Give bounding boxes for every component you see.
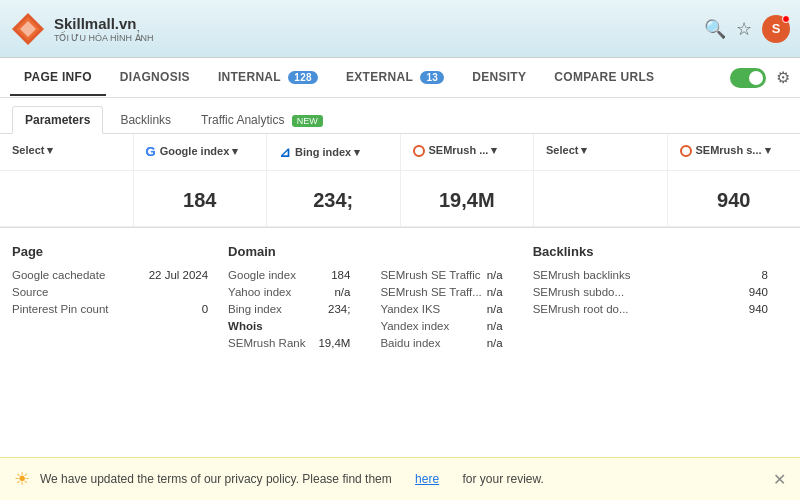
select-1-label[interactable]: Select ▾ [12,144,53,157]
subtab-backlinks[interactable]: Backlinks [107,106,184,133]
select-1-value [12,181,121,197]
domain-semrush-traffic: SEMrush SE Traffic n/a [380,269,502,281]
tab-compare-urls[interactable]: COMPARE URLS [540,60,668,96]
bl-subdo-value: 940 [749,286,768,298]
metric-semrush-2-value: 940 [668,171,801,226]
metric-select-2: Select ▾ [534,134,668,170]
page-col: Page Google cachedate 22 Jul 2024 Source… [12,244,228,354]
toggle-switch[interactable] [730,68,766,88]
bl-backlinks-value: 8 [762,269,768,281]
bing-logo: ⊿ [279,144,291,160]
search-icon[interactable]: 🔍 [704,18,726,40]
tab-density[interactable]: DENSITY [458,60,540,96]
logo-text-area: Skillmall.vn TỐI ƯU HÓA HÌNH ẢNH [54,15,154,43]
metric-google-value: 184 [134,171,268,226]
domain-yandex-iks: Yandex IKS n/a [380,303,502,315]
new-badge: NEW [292,115,323,127]
tab-page-info[interactable]: PAGE INFO [10,60,106,96]
subtab-parameters[interactable]: Parameters [12,106,103,134]
bl-subdo-label: SEMrush subdo... [533,286,624,298]
domain-section-title: Domain [228,244,503,259]
domain-left-col: Google index 184 Yahoo index n/a Bing in… [228,269,350,354]
nav-right-controls: ⚙ [730,68,790,88]
subtab-traffic-analytics[interactable]: Traffic Analytics NEW [188,106,336,133]
google-logo: G [146,144,156,159]
logo-area: Skillmall.vn TỐI ƯU HÓA HÌNH ẢNH [10,11,704,47]
d-setraffic2-label: SEMrush SE Traff... [380,286,481,298]
header: Skillmall.vn TỐI ƯU HÓA HÌNH ẢNH 🔍 ☆ S [0,0,800,58]
semrush-1-label[interactable]: SEMrush ... ▾ [429,144,498,157]
d-yahoo-value: n/a [334,286,350,298]
d-google-value: 184 [331,269,350,281]
external-badge: 13 [420,71,444,84]
metrics-values-row: 184 234; 19,4M 940 [0,171,800,227]
header-icons: 🔍 ☆ S [704,15,790,43]
privacy-link[interactable]: here [415,472,439,486]
d-semrush-rank-value: 19,4M [318,337,350,349]
internal-badge: 128 [288,71,318,84]
page-row-cachedate: Google cachedate 22 Jul 2024 [12,269,208,281]
metric-semrush-1: SEMrush ... ▾ [401,134,535,170]
d-whois-label: Whois [228,320,263,332]
privacy-close-button[interactable]: ✕ [773,470,786,489]
tab-external[interactable]: EXTERNAL 13 [332,60,458,96]
domain-whois: Whois [228,320,350,332]
backlinks-section-title: Backlinks [533,244,768,259]
metrics-container: Select ▾ G Google index ▾ ⊿ Bing index ▾… [0,134,800,228]
tab-diagnosis[interactable]: DIAGNOSIS [106,60,204,96]
nav-tabs: PAGE INFO DIAGNOSIS INTERNAL 128 EXTERNA… [0,58,800,98]
domain-right-col: SEMrush SE Traffic n/a SEMrush SE Traff.… [380,269,502,354]
d-setraffic-value: n/a [487,269,503,281]
settings-icon[interactable]: ⚙ [776,68,790,87]
privacy-bar: ☀ We have updated the terms of our priva… [0,457,800,500]
domain-bing-index: Bing index 234; [228,303,350,315]
privacy-text-after: for your review. [462,472,543,486]
select-2-value [546,181,655,197]
source-label: Source [12,286,48,298]
domain-semrush-traff2: SEMrush SE Traff... n/a [380,286,502,298]
star-icon[interactable]: ☆ [736,18,752,40]
pinterest-label: Pinterest Pin count [12,303,109,315]
d-setraffic2-value: n/a [487,286,503,298]
page-section-title: Page [12,244,208,259]
backlinks-col: Backlinks SEMrush backlinks 8 SEMrush su… [523,244,788,354]
backlinks-row-2: SEMrush subdo... 940 [533,286,768,298]
bl-rootdo-label: SEMrush root do... [533,303,629,315]
logo-name: Skillmall.vn [54,15,154,33]
metric-select-1: Select ▾ [0,134,134,170]
domain-col: Domain Google index 184 Yahoo index n/a … [228,244,523,354]
d-yandexiks-label: Yandex IKS [380,303,440,315]
notification-dot [782,15,790,23]
select-2-label[interactable]: Select ▾ [546,144,587,157]
metric-semrush-2: SEMrush s... ▾ [668,134,801,170]
page-row-pinterest: Pinterest Pin count 0 [12,303,208,315]
bing-value: 234; [279,181,388,220]
semrush-2-value: 940 [680,181,789,220]
cachedate-label: Google cachedate [12,269,105,281]
google-label[interactable]: Google index ▾ [160,145,239,158]
d-yahoo-label: Yahoo index [228,286,291,298]
domain-yandex-index: Yandex index n/a [380,320,502,332]
semrush-circle-1 [413,145,425,157]
page-row-source: Source [12,286,208,298]
backlinks-row-1: SEMrush backlinks 8 [533,269,768,281]
metric-semrush-1-value: 19,4M [401,171,535,226]
bl-rootdo-value: 940 [749,303,768,315]
metric-bing-value: 234; [267,171,401,226]
d-bing-value: 234; [328,303,350,315]
data-section: Page Google cachedate 22 Jul 2024 Source… [0,228,800,364]
d-baidu-value: n/a [487,337,503,349]
bing-label[interactable]: Bing index ▾ [295,146,360,159]
logo-subtitle: TỐI ƯU HÓA HÌNH ẢNH [54,33,154,43]
sub-tabs: Parameters Backlinks Traffic Analytics N… [0,98,800,134]
d-yandexidx-label: Yandex index [380,320,449,332]
tab-internal[interactable]: INTERNAL 128 [204,60,332,96]
domain-inner: Google index 184 Yahoo index n/a Bing in… [228,269,503,354]
avatar[interactable]: S [762,15,790,43]
pinterest-value: 0 [202,303,208,315]
domain-google-index: Google index 184 [228,269,350,281]
logo-icon [10,11,46,47]
d-setraffic-label: SEMrush SE Traffic [380,269,480,281]
semrush-2-label[interactable]: SEMrush s... ▾ [696,144,771,157]
metric-bing-index: ⊿ Bing index ▾ [267,134,401,170]
